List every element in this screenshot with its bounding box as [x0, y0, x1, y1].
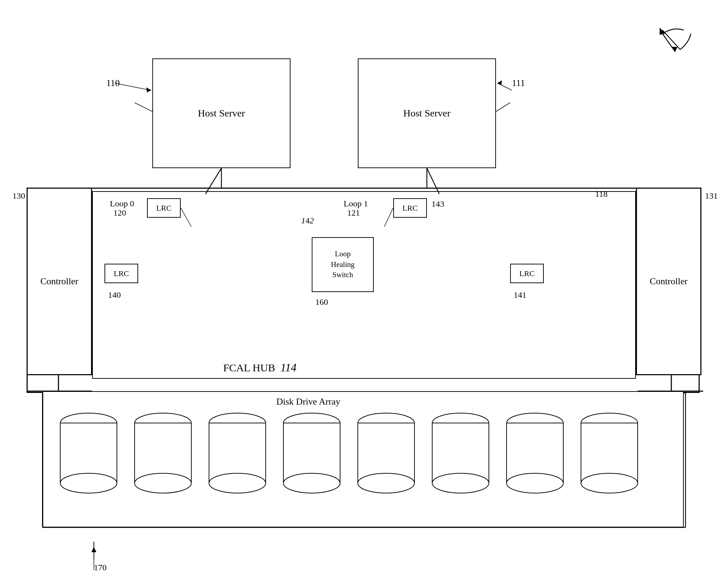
lrc-box-top-left: LRC: [147, 198, 181, 218]
ref-141-label: 141: [514, 290, 526, 300]
host-server-left-label: Host Server: [198, 108, 245, 119]
lrc-box-right: LRC: [510, 264, 544, 283]
ref-140-label: 140: [108, 290, 121, 300]
svg-line-20: [135, 103, 152, 112]
disk-array-label: Disk Drive Array: [276, 396, 340, 407]
svg-point-35: [209, 473, 266, 493]
host-server-right-label: Host Server: [403, 108, 451, 119]
svg-marker-24: [146, 87, 151, 92]
ref-142-label: 142: [301, 216, 314, 225]
loop-1-label: Loop 1: [344, 199, 368, 208]
svg-point-44: [432, 473, 489, 493]
loop-0-label: Loop 0: [110, 199, 134, 208]
host-server-right-box: Host Server: [358, 58, 496, 168]
ref-170-arrow: [85, 545, 103, 573]
ref-120-label: 120: [113, 208, 126, 218]
controller-right-box: Controller: [636, 188, 701, 375]
ref-111-arrow: [494, 73, 515, 94]
ref-143-label: 143: [431, 199, 444, 209]
disk-drives-svg: [55, 411, 657, 510]
svg-point-50: [581, 473, 638, 493]
ref-110-arrow: [112, 73, 158, 94]
svg-marker-52: [91, 547, 96, 552]
ref-130-label: 130: [12, 191, 25, 201]
controller-right-label: Controller: [650, 276, 688, 287]
controller-left-label: Controller: [40, 276, 78, 287]
fcal-hub-label: FCAL HUB 114: [223, 361, 297, 374]
loop-healing-switch-box: LoopHealingSwitch: [312, 237, 374, 292]
ref-118-label: 118: [595, 189, 608, 199]
lrc-box-top-right: LRC: [393, 198, 427, 218]
ref-121-label: 121: [347, 208, 360, 218]
ref-131-label: 131: [705, 191, 718, 201]
svg-point-38: [283, 473, 340, 493]
lrc-box-left: LRC: [105, 264, 138, 283]
svg-line-21: [496, 103, 510, 112]
svg-marker-1: [660, 28, 665, 35]
diagram-container: Host Server Host Server 110 111 Controll…: [0, 0, 728, 583]
svg-point-47: [507, 473, 563, 493]
svg-marker-26: [497, 80, 502, 85]
svg-marker-54: [672, 47, 677, 52]
svg-line-23: [115, 83, 151, 90]
ref-160-label: 160: [315, 297, 328, 307]
controller-left-box: Controller: [27, 188, 92, 375]
svg-line-0: [662, 30, 680, 50]
svg-point-29: [60, 473, 117, 493]
host-server-left-box: Host Server: [152, 58, 290, 168]
loop-healing-switch-label: LoopHealingSwitch: [331, 249, 354, 280]
svg-point-32: [135, 473, 191, 493]
svg-point-41: [358, 473, 414, 493]
svg-line-53: [662, 34, 675, 51]
